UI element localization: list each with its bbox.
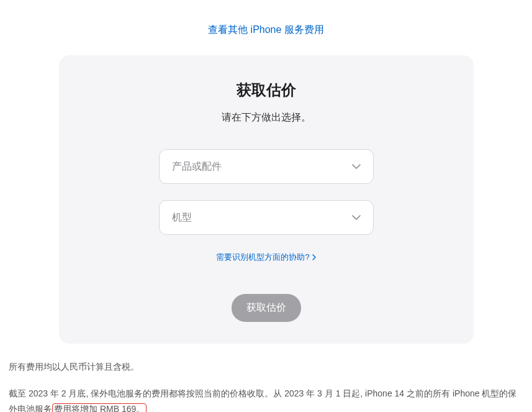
- chevron-right-icon: [312, 254, 316, 260]
- chevron-down-icon: [352, 215, 361, 220]
- identify-model-help-link[interactable]: 需要识别机型方面的协助?: [216, 252, 315, 263]
- product-select-placeholder: 产品或配件: [172, 160, 222, 173]
- get-estimate-button[interactable]: 获取估价: [232, 294, 301, 322]
- card-subtitle: 请在下方做出选择。: [71, 111, 461, 124]
- model-select[interactable]: 机型: [159, 200, 374, 235]
- model-select-wrapper: 机型: [159, 200, 374, 235]
- help-link-text: 需要识别机型方面的协助?: [216, 252, 309, 263]
- submit-button-container: 获取估价: [71, 294, 461, 322]
- product-select[interactable]: 产品或配件: [159, 149, 374, 184]
- card-title: 获取估价: [71, 80, 461, 100]
- footer-line-1: 所有费用均以人民币计算且含税。: [9, 359, 523, 375]
- product-select-wrapper: 产品或配件: [159, 149, 374, 184]
- view-other-services-link[interactable]: 查看其他 iPhone 服务费用: [208, 24, 324, 35]
- estimate-card: 获取估价 请在下方做出选择。 产品或配件 机型 需要识别机型方面的协助? 获取估…: [59, 55, 474, 344]
- price-increase-highlight: 费用将增加 RMB 169。: [52, 403, 147, 412]
- chevron-down-icon: [352, 164, 361, 169]
- footer-text: 所有费用均以人民币计算且含税。 截至 2023 年 2 月底, 保外电池服务的费…: [0, 344, 532, 412]
- top-link-container: 查看其他 iPhone 服务费用: [0, 0, 532, 55]
- footer-line-2: 截至 2023 年 2 月底, 保外电池服务的费用都将按照当前的价格收取。从 2…: [9, 386, 523, 412]
- model-select-placeholder: 机型: [172, 211, 192, 224]
